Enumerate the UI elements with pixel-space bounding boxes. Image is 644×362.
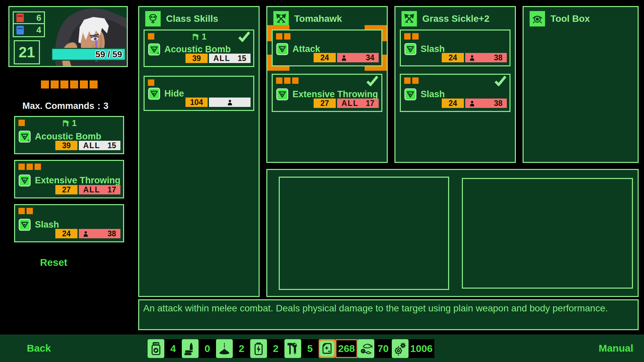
check-icon — [366, 75, 379, 86]
queued-command-acoustic-bomb[interactable]: 1 + Acoustic Bomb 39 ALL15 — [14, 116, 124, 154]
range-power-badge: ALL17 — [337, 99, 379, 108]
manual-button[interactable]: Manual — [599, 343, 633, 354]
skill-card-hide[interactable]: Hide 104 — [144, 76, 254, 111]
cost-badge: 24 — [55, 229, 77, 238]
red-tome-count: 6 — [37, 13, 41, 23]
skill-card-slash-1[interactable]: Slash 24 38 — [400, 29, 511, 66]
panel-title: Grass Sickle+2 — [422, 13, 489, 24]
blue-tome-icon — [16, 26, 24, 35]
skill-card-slash-2[interactable]: Slash 24 38 — [400, 74, 511, 112]
item-ammo[interactable]: 0 — [182, 339, 216, 358]
repair-tools-icon — [284, 339, 301, 358]
rations-icon — [358, 339, 374, 358]
item-medicine-bottle[interactable]: 4 — [148, 339, 182, 358]
skill-card-acoustic-bomb[interactable]: 1 + Acoustic Bomb 39 ALL15 — [144, 29, 254, 67]
level-value: 21 — [14, 40, 40, 64]
cost-pips — [18, 164, 41, 170]
resource-bar: 4 0 2 2 5 — [148, 339, 434, 358]
skill-name: Slash — [35, 220, 59, 230]
target-power-badge: 34 — [337, 53, 379, 62]
uses-indicator: 1 — [145, 32, 253, 42]
range-power-badge: ALL15 — [79, 141, 120, 150]
class-skills-icon — [145, 11, 161, 26]
panel-title: Tomahawk — [294, 13, 342, 24]
cost-pips — [18, 208, 33, 214]
skill-name: Extensive Throwing — [292, 89, 378, 100]
max-commands-label: Max. Commands：3 — [0, 100, 131, 112]
skill-icon — [404, 88, 417, 101]
command-selection-screen: 6 4 21 59 / 59 Max. Commands：3 1 + Acous… — [0, 0, 644, 362]
skill-icon — [276, 43, 288, 55]
item-count: 70 — [374, 339, 392, 358]
item-count: 0 — [199, 339, 216, 358]
cost-badge: 24 — [442, 53, 464, 62]
lower-panel — [266, 169, 639, 297]
reset-button[interactable]: Reset — [0, 257, 107, 268]
empty-slot-box-1 — [279, 177, 449, 290]
check-icon — [238, 31, 251, 42]
tomahawk-icon — [273, 11, 289, 26]
cost-badge: 24 — [314, 53, 336, 62]
skill-icon — [404, 43, 417, 55]
item-count: 1006 — [409, 339, 434, 358]
skill-name: Hide — [164, 88, 184, 99]
ammo-icon — [182, 339, 199, 358]
cost-pips — [276, 33, 290, 40]
item-count: 2 — [267, 339, 284, 358]
uses-count: 1 — [202, 32, 207, 42]
item-fuel-can-selected[interactable]: 268 — [319, 339, 358, 358]
cost-badge: 27 — [314, 99, 336, 108]
item-count: 5 — [301, 339, 319, 358]
tome-counters: 6 4 — [13, 11, 45, 37]
svg-text:+: + — [157, 51, 159, 56]
skill-name: Acoustic Bomb — [35, 131, 101, 142]
command-point-pips — [41, 80, 98, 88]
target-single-icon — [470, 100, 475, 107]
skill-icon — [148, 87, 160, 100]
cost-badge: 24 — [442, 99, 464, 108]
target-power-badge: 38 — [465, 53, 507, 62]
panel-title: Class Skills — [166, 13, 218, 24]
empty-slot-box-2 — [462, 178, 633, 289]
panel-tomahawk: Tomahawk Attack 24 34 Extensive Throwing — [266, 6, 388, 163]
skill-card-attack[interactable]: Attack 24 34 — [272, 29, 382, 66]
item-rations[interactable]: 70 — [358, 339, 392, 358]
fuel-can-icon — [319, 339, 335, 358]
cost-pips — [148, 79, 154, 86]
svg-text:+: + — [28, 138, 30, 143]
target-single-icon — [470, 55, 475, 61]
item-count: 4 — [164, 339, 182, 358]
grass-sickle-icon — [401, 11, 417, 26]
cost-pips — [404, 33, 419, 40]
skill-icon — [18, 174, 31, 187]
panel-grass-sickle: Grass Sickle+2 Slash 24 38 Slash 24 — [394, 6, 516, 163]
item-repair-tools[interactable]: 5 — [284, 339, 319, 358]
consumable-uses-icon — [192, 33, 200, 41]
hp-bar: 59 / 59 — [51, 48, 126, 61]
blue-tome-count: 4 — [37, 25, 41, 35]
target-single-icon — [83, 231, 88, 237]
skill-icon: + — [18, 130, 31, 143]
item-battery[interactable]: 2 — [250, 339, 284, 358]
target-badge — [209, 98, 251, 107]
item-count: 268 — [335, 339, 358, 358]
uses-indicator: 1 — [15, 118, 123, 128]
skill-name: Extensive Throwing — [35, 175, 120, 186]
skill-icon: + — [148, 43, 160, 56]
description-text: An attack within melee combat. Deals phy… — [143, 303, 634, 314]
panel-class-skills: Class Skills 1 + Acoustic Bomb 39 ALL15 — [138, 6, 260, 297]
uses-count: 1 — [72, 118, 77, 128]
target-power-badge: 38 — [465, 99, 507, 108]
item-powder[interactable]: 2 — [216, 339, 250, 358]
back-button[interactable]: Back — [27, 343, 51, 354]
cost-pips — [276, 77, 299, 84]
battery-icon — [250, 339, 267, 358]
target-single-icon — [227, 99, 232, 106]
skill-card-extensive-throwing[interactable]: Extensive Throwing 27 ALL17 — [272, 74, 382, 112]
queued-command-extensive-throwing[interactable]: Extensive Throwing 27 ALL17 — [14, 160, 124, 198]
cost-badge: 39 — [185, 54, 208, 63]
queued-command-slash[interactable]: Slash 24 38 — [14, 204, 124, 242]
item-gears[interactable]: 1006 — [392, 339, 434, 358]
panel-title: Tool Box — [550, 13, 590, 24]
target-single-icon — [341, 55, 346, 61]
